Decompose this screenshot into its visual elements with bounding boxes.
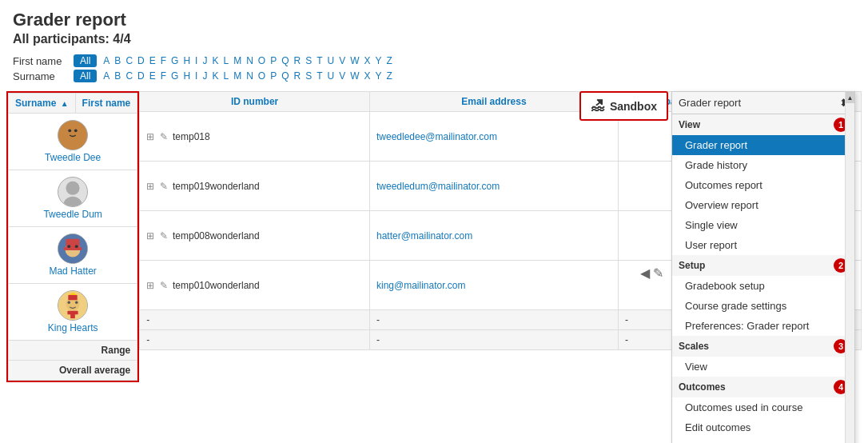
surname-letter-T[interactable]: T	[315, 70, 324, 82]
edit-icon[interactable]: ✎	[160, 230, 168, 241]
surname-letter-X[interactable]: X	[363, 70, 372, 82]
surname-letter-L[interactable]: L	[221, 70, 230, 82]
surname-letter-B[interactable]: B	[113, 70, 122, 82]
menu-item-grade-history[interactable]: Grade history	[672, 155, 854, 175]
letter-M[interactable]: M	[232, 54, 243, 67]
surname-letter-J[interactable]: J	[201, 70, 209, 82]
letter-J[interactable]: J	[201, 54, 209, 67]
surname-letter-C[interactable]: C	[124, 70, 134, 82]
edit-icon[interactable]: ✎	[160, 280, 168, 291]
menu-item-preferences-grader[interactable]: Preferences: Grader report	[672, 316, 854, 336]
email-link[interactable]: tweedledee@mailinator.com	[376, 131, 497, 142]
letter-I[interactable]: I	[193, 54, 199, 67]
letter-S[interactable]: S	[304, 54, 313, 67]
letter-O[interactable]: O	[257, 54, 267, 67]
scroll-up-button[interactable]: ▲	[846, 92, 854, 103]
email-link[interactable]: hatter@mailinator.com	[376, 230, 472, 241]
table-icon[interactable]: ⊞	[146, 131, 154, 142]
surname-col-header[interactable]: Surname ▲	[9, 94, 76, 114]
letter-H[interactable]: H	[181, 54, 192, 67]
letter-K[interactable]: K	[210, 54, 220, 67]
surname-letter-F[interactable]: F	[159, 70, 168, 82]
email-link[interactable]: king@mailinator.com	[376, 280, 466, 291]
letter-U[interactable]: U	[326, 54, 336, 67]
letter-X[interactable]: X	[363, 54, 372, 67]
surname-letter-Y[interactable]: Y	[374, 70, 384, 82]
letter-Q[interactable]: Q	[280, 54, 290, 67]
menu-item-single-view[interactable]: Single view	[672, 215, 854, 235]
surname-letter-M[interactable]: M	[232, 70, 243, 82]
user-name-king-hearts[interactable]: King Hearts	[48, 322, 98, 333]
dropdown-select-bar[interactable]: Grader report ⬍	[672, 92, 854, 114]
letter-F[interactable]: F	[159, 54, 168, 67]
surname-letter-G[interactable]: G	[169, 70, 180, 82]
surname-letter-K[interactable]: K	[210, 70, 220, 82]
nav-right-icon[interactable]: ✎	[653, 265, 663, 281]
menu-item-edit-outcomes[interactable]: Edit outcomes	[672, 417, 854, 437]
menu-item-outcomes-used[interactable]: Outcomes used in course	[672, 397, 854, 417]
letter-Y[interactable]: Y	[374, 54, 384, 67]
svg-point-15	[75, 301, 78, 304]
letter-G[interactable]: G	[169, 54, 180, 67]
sandbox-label: Sandbox	[610, 100, 657, 113]
letter-Z[interactable]: Z	[385, 54, 394, 67]
menu-item-gradebook-setup[interactable]: Gradebook setup	[672, 276, 854, 296]
surname-all-button[interactable]: All	[74, 70, 97, 82]
user-name-tweedle-dum[interactable]: Tweedle Dum	[43, 209, 102, 220]
email-link[interactable]: tweedledum@mailinator.com	[376, 181, 500, 192]
letter-R[interactable]: R	[293, 54, 303, 67]
surname-letter-I[interactable]: I	[193, 70, 199, 82]
table-icon[interactable]: ⊞	[146, 230, 154, 241]
table-icon[interactable]: ⊞	[146, 181, 154, 192]
firstname-col-header[interactable]: First name	[75, 94, 137, 114]
menu-item-scales-view[interactable]: View	[672, 357, 854, 377]
letter-T[interactable]: T	[315, 54, 324, 67]
letter-N[interactable]: N	[245, 54, 255, 67]
letter-V[interactable]: V	[337, 54, 347, 67]
firstname-filter-row: First name All A B C D E F G H I J K L M…	[13, 54, 855, 67]
letter-A[interactable]: A	[102, 54, 111, 67]
letter-P[interactable]: P	[269, 54, 278, 67]
svg-rect-9	[64, 247, 82, 250]
menu-item-user-report[interactable]: User report	[672, 235, 854, 255]
surname-letter-A[interactable]: A	[102, 70, 111, 82]
id-col-header[interactable]: ID number	[140, 92, 370, 112]
surname-letter-Q[interactable]: Q	[280, 70, 290, 82]
letter-D[interactable]: D	[136, 54, 146, 67]
letter-C[interactable]: C	[124, 54, 134, 67]
nav-left-icon[interactable]: ◀	[640, 265, 650, 281]
firstname-all-button[interactable]: All	[74, 54, 97, 67]
letter-B[interactable]: B	[113, 54, 122, 67]
surname-letter-V[interactable]: V	[337, 70, 347, 82]
letter-E[interactable]: E	[148, 54, 157, 67]
surname-letter-O[interactable]: O	[257, 70, 267, 82]
user-cell-king-hearts: King Hearts	[9, 284, 137, 341]
menu-item-import-outcomes[interactable]: Import outcomes	[672, 437, 854, 443]
user-name-tweedle-dee[interactable]: Tweedle Dee	[45, 152, 101, 163]
menu-item-overview-report[interactable]: Overview report	[672, 195, 854, 215]
surname-letter-Z[interactable]: Z	[385, 70, 394, 82]
edit-icon[interactable]: ✎	[160, 131, 168, 142]
surname-letter-D[interactable]: D	[136, 70, 146, 82]
surname-letter-W[interactable]: W	[348, 70, 360, 82]
surname-letter-N[interactable]: N	[245, 70, 255, 82]
letter-L[interactable]: L	[221, 54, 230, 67]
user-name-mad-hatter[interactable]: Mad Hatter	[49, 265, 96, 277]
svg-point-1	[62, 139, 84, 150]
menu-item-course-grade-settings[interactable]: Course grade settings	[672, 296, 854, 316]
surname-letter-S[interactable]: S	[304, 70, 313, 82]
edit-icon[interactable]: ✎	[160, 181, 168, 192]
table-area: Surname ▲ First name	[6, 91, 862, 382]
letter-W[interactable]: W	[348, 54, 360, 67]
menu-item-outcomes-report[interactable]: Outcomes report	[672, 175, 854, 195]
table-icon[interactable]: ⊞	[146, 280, 154, 291]
avg-val-email: -	[369, 330, 618, 350]
surname-letter-E[interactable]: E	[148, 70, 157, 82]
surname-letter-U[interactable]: U	[326, 70, 336, 82]
surname-letter-P[interactable]: P	[269, 70, 278, 82]
menu-item-grader-report[interactable]: Grader report	[672, 135, 854, 155]
scrollbar[interactable]: ▲ ▼	[845, 92, 854, 443]
page-nav-arrows: ◀ ✎	[640, 265, 663, 281]
surname-letter-H[interactable]: H	[181, 70, 192, 82]
surname-letter-R[interactable]: R	[293, 70, 303, 82]
